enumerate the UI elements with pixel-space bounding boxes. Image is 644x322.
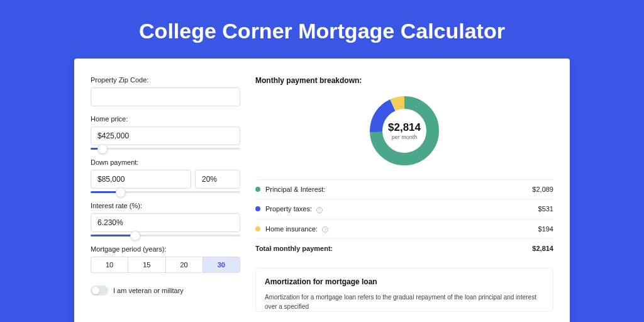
slider-thumb-icon[interactable] [130,231,140,241]
zip-group: Property Zip Code: [91,76,240,106]
legend-row-taxes: Property taxes: ? $531 [255,199,553,219]
zip-input[interactable] [91,87,240,106]
form-column: Property Zip Code: Home price: Down paym… [91,76,240,312]
donut-sub: per month [388,134,421,140]
donut-center: $2,814 per month [388,121,421,140]
home-price-input[interactable] [91,126,240,145]
home-price-label: Home price: [91,115,240,123]
down-payment-slider[interactable] [91,191,240,193]
legend-row-insurance: Home insurance: ? $194 [255,219,553,239]
legend-value: $2,089 [532,186,553,193]
dot-icon [255,187,260,192]
donut-chart: $2,814 per month [367,94,441,168]
interest-slider[interactable] [91,235,240,236]
toggle-knob-icon [92,287,99,294]
veteran-toggle[interactable] [91,286,108,296]
legend-row-principal: Principal & Interest: $2,089 [255,179,553,199]
home-price-group: Home price: [91,115,240,150]
home-price-slider[interactable] [91,148,240,150]
total-value: $2,814 [532,245,553,252]
period-option-30[interactable]: 30 [203,257,240,273]
period-label: Mortgage period (years): [91,245,240,253]
slider-thumb-icon[interactable] [116,187,126,197]
breakdown-title: Monthly payment breakdown: [255,76,553,85]
interest-label: Interest rate (%): [91,202,240,209]
legend-label: Principal & Interest: [265,186,532,193]
amortization-title: Amortization for mortgage loan [265,277,544,286]
period-option-20[interactable]: 20 [165,257,203,273]
dot-icon [255,226,260,231]
veteran-row: I am veteran or military [91,286,240,296]
period-option-15[interactable]: 15 [128,257,165,273]
legend-value: $531 [538,205,553,213]
legend-value: $194 [538,225,553,233]
dot-icon [255,206,260,211]
total-label: Total monthly payment: [255,245,532,252]
amortization-body: Amortization for a mortgage loan refers … [265,292,544,311]
breakdown-column: Monthly payment breakdown: $2,814 per mo… [255,76,553,312]
calculator-card: Property Zip Code: Home price: Down paym… [74,58,570,322]
period-option-10[interactable]: 10 [91,257,128,273]
down-payment-pct-input[interactable] [195,170,240,189]
period-segmented: 10 15 20 30 [91,257,240,273]
interest-input[interactable] [91,213,240,232]
legend-row-total: Total monthly payment: $2,814 [255,238,553,258]
down-payment-input[interactable] [91,170,191,189]
amortization-box: Amortization for mortgage loan Amortizat… [255,268,553,312]
donut-amount: $2,814 [388,121,421,134]
period-group: Mortgage period (years): 10 15 20 30 [91,245,240,273]
info-icon[interactable]: ? [316,207,323,213]
slider-thumb-icon[interactable] [97,144,108,154]
legend-label-text: Property taxes: [265,205,312,213]
legend-label-text: Home insurance: [265,225,318,233]
down-payment-label: Down payment: [91,158,240,166]
veteran-label: I am veteran or military [113,287,184,294]
legend-label: Property taxes: ? [265,205,538,213]
legend-label: Home insurance: ? [265,225,538,233]
down-payment-group: Down payment: [91,158,240,193]
interest-group: Interest rate (%): [91,202,240,236]
zip-label: Property Zip Code: [91,76,240,84]
info-icon[interactable]: ? [322,226,328,233]
page-title: College Corner Mortgage Calculator [0,0,644,58]
